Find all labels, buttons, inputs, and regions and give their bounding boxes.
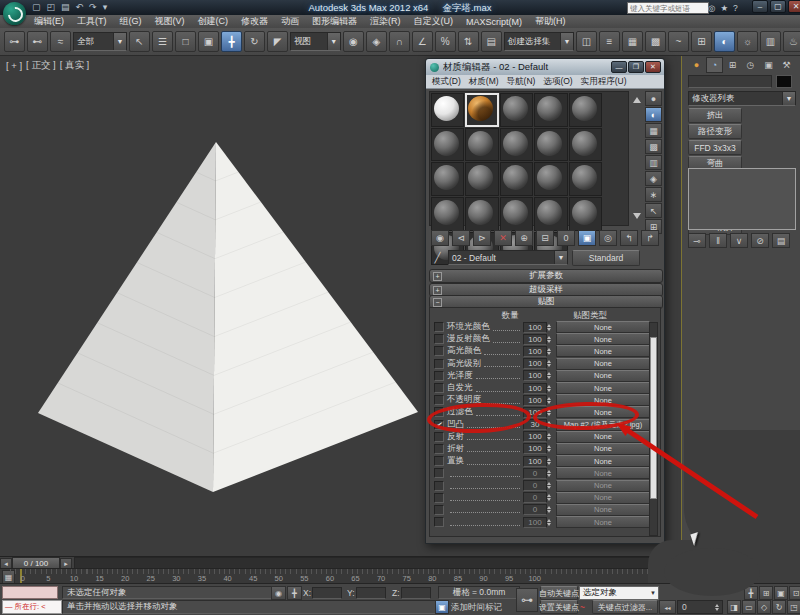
zoom-all-icon[interactable]: ⊞ (759, 586, 773, 600)
maximize-button[interactable]: ▢ (770, 0, 786, 13)
map-enable-checkbox[interactable] (434, 395, 444, 405)
viewport-shading-label[interactable]: [ 真实 ] (60, 59, 90, 72)
material-sample-slot[interactable] (569, 162, 602, 196)
map-enable-checkbox[interactable] (434, 468, 444, 478)
menu-item[interactable]: MAXScript(M) (466, 17, 522, 27)
scroll-up-icon[interactable] (633, 93, 641, 103)
add-time-tag[interactable]: 添加时间标记 (451, 602, 502, 614)
map-enable-checkbox[interactable] (434, 371, 444, 381)
reset-map-icon[interactable]: ✕ (494, 230, 512, 246)
modifier-stack-list[interactable] (688, 168, 796, 230)
map-enable-checkbox[interactable] (434, 493, 444, 503)
menu-item[interactable]: 动画 (281, 15, 299, 28)
set-key-button[interactable]: 设置关键点 (540, 600, 578, 614)
macro-recorder-line[interactable] (2, 586, 58, 599)
open-file-icon[interactable]: ◰ (47, 2, 56, 13)
material-sample-slot[interactable] (569, 197, 602, 231)
angle-snap-toggle-icon[interactable]: ∠ (412, 31, 433, 52)
absolute-offset-mode-icon[interactable]: ╋ (287, 586, 302, 600)
background-icon[interactable]: ▦ (645, 123, 662, 138)
map-enable-checkbox[interactable] (434, 432, 444, 442)
map-amount-spinner[interactable] (547, 348, 554, 355)
menu-item[interactable]: 帮助(H) (535, 15, 566, 28)
select-and-link-icon[interactable]: ⊶ (4, 31, 25, 52)
map-amount-spinner[interactable] (547, 372, 554, 379)
new-scene-icon[interactable]: ▢ (32, 2, 41, 13)
communication-center-icon[interactable]: ◎ (708, 3, 715, 13)
hierarchy-tab[interactable]: ⊞ (724, 57, 741, 73)
map-amount-spinner[interactable] (547, 397, 554, 404)
modify-tab[interactable]: ◔ (706, 57, 723, 73)
manage-layers-icon[interactable]: ▦ (622, 31, 643, 52)
mirror-icon[interactable]: ◫ (576, 31, 597, 52)
map-amount-spinner[interactable] (547, 506, 554, 513)
current-frame-field[interactable]: 0 (677, 600, 723, 614)
map-amount-spinner[interactable] (547, 360, 554, 367)
map-type-button[interactable]: None (556, 455, 650, 467)
map-amount-spinner[interactable] (547, 519, 554, 526)
sample-uv-tiling-icon[interactable]: ▩ (645, 139, 662, 154)
map-type-button[interactable]: None (556, 345, 650, 357)
pin-stack-icon[interactable]: ⊸ (688, 233, 706, 248)
map-amount-field[interactable]: 100 (523, 346, 547, 357)
menu-item[interactable]: 修改器 (241, 15, 268, 28)
material-editor-titlebar[interactable]: 材质编辑器 - 02 - Default — ❐ ✕ (426, 59, 664, 75)
display-tab[interactable]: ▣ (760, 57, 777, 73)
material-sample-slot[interactable] (534, 197, 567, 231)
rollout-extended-parameters[interactable]: + 扩展参数 (429, 269, 663, 283)
curve-editor-icon[interactable]: ~ (668, 31, 689, 52)
put-to-library-icon[interactable]: ⊟ (536, 230, 554, 246)
zoom-region-icon[interactable]: ▭ (742, 600, 756, 614)
map-amount-spinner[interactable] (547, 470, 554, 477)
search-input[interactable] (627, 2, 709, 14)
map-enable-checkbox[interactable] (434, 456, 444, 466)
map-amount-field[interactable]: 100 (523, 517, 547, 528)
material-sample-slot[interactable] (569, 93, 602, 127)
material-sample-slot[interactable] (465, 128, 498, 162)
put-material-to-scene-icon[interactable]: ⊲ (452, 230, 470, 246)
menu-item[interactable]: 视图(V) (155, 15, 185, 28)
material-sample-slot[interactable] (500, 162, 533, 196)
menu-item[interactable]: 工具(T) (77, 15, 107, 28)
material-sample-slot[interactable] (465, 162, 498, 196)
map-type-button[interactable]: None (556, 382, 650, 394)
modifier-button-extrude[interactable]: 挤出 (688, 108, 742, 123)
select-by-material-icon[interactable]: ↖ (645, 203, 662, 218)
material-editor-menu-item[interactable]: 材质(M) (469, 76, 499, 88)
auto-key-button[interactable]: 自动关键点 (540, 586, 578, 600)
selection-filter-dropdown[interactable]: 全部 ▼ (73, 32, 127, 51)
y-coordinate-field[interactable] (356, 587, 386, 599)
dialog-close-button[interactable]: ✕ (645, 61, 661, 73)
material-sample-slot[interactable] (534, 128, 567, 162)
map-enable-checkbox[interactable] (434, 359, 444, 369)
menu-item[interactable]: 创建(C) (198, 15, 229, 28)
map-amount-field[interactable]: 100 (523, 431, 547, 442)
configure-modifier-sets-icon[interactable]: ▤ (772, 233, 790, 248)
material-sample-slot[interactable] (431, 162, 464, 196)
select-and-rotate-icon[interactable]: ↻ (244, 31, 265, 52)
create-tab[interactable]: ● (688, 57, 705, 73)
map-amount-field[interactable]: 100 (523, 358, 547, 369)
use-pivot-point-center-icon[interactable]: ◉ (343, 31, 364, 52)
map-amount-field[interactable]: 100 (523, 395, 547, 406)
snaps-toggle-icon[interactable]: ∩ (389, 31, 410, 52)
modifier-button-ffd[interactable]: FFD 3x3x3 (688, 140, 742, 155)
align-icon[interactable]: ≡ (599, 31, 620, 52)
backlight-icon[interactable]: ◐ (645, 107, 662, 122)
3ds-max-logo[interactable] (3, 2, 26, 25)
material-sample-slot[interactable] (500, 128, 533, 162)
unlink-selection-icon[interactable]: ⊷ (27, 31, 48, 52)
time-tag-icon[interactable]: ▣ (435, 600, 449, 614)
zoom-extents-all-icon[interactable]: ⊡ (789, 586, 800, 600)
maps-scrollbar-thumb[interactable] (650, 337, 657, 499)
map-amount-field[interactable]: 100 (523, 443, 547, 454)
map-type-button[interactable]: None (556, 370, 650, 382)
menu-item[interactable]: 组(G) (120, 15, 142, 28)
map-amount-spinner[interactable] (547, 458, 554, 465)
select-and-move-icon[interactable]: ╋ (221, 31, 242, 52)
redo-icon[interactable]: ↷ (89, 2, 97, 13)
frame-spinner[interactable] (715, 604, 722, 611)
map-amount-spinner[interactable] (547, 433, 554, 440)
viewport-view-label[interactable]: [ 正交 ] (26, 59, 56, 72)
favorites-icon[interactable]: ★ (720, 3, 728, 13)
